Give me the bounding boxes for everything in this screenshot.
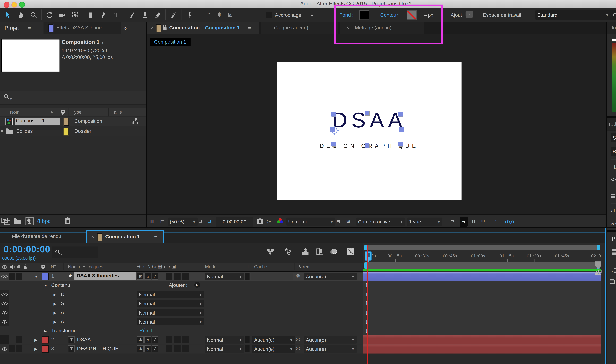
pan-behind-tool[interactable] [68, 9, 81, 21]
viewer-timecode[interactable]: 0:00:00:00 [217, 217, 253, 227]
label-swatch-yellow[interactable] [64, 128, 69, 136]
label-swatch-tan[interactable] [64, 118, 69, 126]
eye-icon[interactable] [1, 347, 8, 351]
graph-editor-icon[interactable] [347, 247, 355, 256]
current-time-indicator[interactable] [365, 251, 371, 260]
brush-tool[interactable] [126, 9, 138, 21]
group-blend-mode-dropdown[interactable]: Normal▼ [137, 291, 204, 298]
eye-cell[interactable] [0, 299, 9, 308]
blend-mode-dropdown[interactable]: Normal▼ [205, 345, 244, 352]
layer-label-red[interactable] [42, 336, 49, 344]
timeline-search-field[interactable]: ▾ [52, 247, 97, 259]
main-viewer-icon[interactable]: ▤ [160, 219, 164, 223]
trash-icon[interactable] [64, 217, 71, 225]
exposure-value[interactable]: +0,0 [504, 219, 514, 224]
layer-label-blue[interactable] [42, 273, 49, 280]
reset-link[interactable]: Réinit. [139, 328, 153, 333]
selection-handle[interactable] [398, 112, 403, 117]
work-area-bar[interactable] [364, 262, 600, 269]
shape-tool[interactable] [84, 9, 97, 21]
parent-pickwhip-icon[interactable]: ◎ [296, 336, 300, 342]
matte-cell[interactable] [245, 336, 250, 343]
selection-handle[interactable] [399, 127, 404, 132]
layer-label-red[interactable] [42, 345, 49, 352]
tab-render-queue[interactable]: File d'attente de rendu [12, 234, 61, 239]
layer-name[interactable]: DSAA [77, 337, 91, 342]
col-taille[interactable]: Taille [112, 110, 122, 115]
fast-preview-icon[interactable]: ϟ [460, 217, 468, 227]
layer-row-3[interactable]: ▶ 3 T DESIGN …HIQUE ⊕ ☼ ╱ Normal▼ Aucun(… [0, 344, 363, 354]
add-property-button[interactable]: ▶ [194, 282, 200, 288]
selection-handle[interactable] [365, 143, 369, 148]
solo-cell[interactable] [16, 273, 22, 280]
pixel-aspect-icon[interactable]: ⇆ [451, 219, 454, 223]
expand-layer-icon[interactable]: ▶ [35, 338, 37, 342]
lock-icon[interactable] [162, 25, 167, 31]
comp-flowchart-icon[interactable]: ⧉ [481, 219, 485, 224]
tab-projet[interactable]: Projet [5, 25, 19, 31]
switch-cell[interactable] [174, 273, 181, 280]
selection-handle[interactable] [331, 112, 336, 117]
twirl-icon[interactable]: ▶ [54, 320, 56, 324]
col-mode[interactable]: Mode [205, 264, 217, 269]
eye-cell[interactable] [0, 317, 9, 326]
snap-to-icon[interactable]: ⌖ [310, 11, 314, 19]
selection-handle[interactable] [365, 111, 369, 115]
switch-cell[interactable] [182, 336, 189, 343]
viewer-panel-menu-icon[interactable]: ≡ [248, 25, 251, 30]
magnification-dropdown[interactable]: (50 %)▼ [168, 218, 198, 226]
frame-blending-icon[interactable] [316, 247, 324, 256]
layer-row-1[interactable]: ▼ 1 ★ DSAA Silhouettes ⊕ ☼ ╱ Normal▼ ◎ A… [0, 272, 363, 281]
audio-cell[interactable] [9, 273, 15, 280]
parent-dropdown[interactable]: Aucun(e)▼ [304, 273, 357, 280]
show-snapshot-icon[interactable]: ◎ [267, 219, 271, 223]
shape-group-row-s[interactable]: ▶ S Normal▼ [0, 299, 363, 309]
new-folder-icon[interactable] [14, 218, 21, 224]
zoom-graph-icon[interactable] [594, 270, 602, 275]
snapshot-icon[interactable] [256, 218, 264, 224]
projet-panel-menu-icon[interactable]: ≡ [28, 25, 31, 30]
col-type[interactable]: Type [72, 110, 82, 115]
motion-blur-icon[interactable] [329, 247, 338, 256]
switch-cell[interactable] [174, 336, 181, 343]
interpret-footage-icon[interactable] [1, 218, 11, 225]
switch-collapse[interactable]: ☼ [144, 345, 151, 352]
safe-margins-icon[interactable]: ⊡ [207, 219, 211, 223]
timeline-panel-icon[interactable]: ▥ [471, 219, 476, 223]
resolution-dropdown[interactable]: Un demi▼ [286, 218, 335, 226]
switch-cell[interactable] [182, 273, 189, 280]
shape-group-row-a1[interactable]: ▶ A Normal▼ [0, 308, 363, 318]
switch-quality[interactable]: ╱ [151, 273, 158, 280]
tab-effets-dsaa[interactable]: Effets DSAA Silhoue [44, 22, 121, 34]
switch-collapse[interactable]: ☼ [144, 273, 151, 280]
twirl-icon[interactable]: ▼ [44, 284, 48, 288]
region-of-interest-icon[interactable]: ▣ [336, 219, 340, 223]
clone-stamp-tool[interactable] [138, 9, 151, 21]
type-tool[interactable]: T [110, 9, 123, 21]
tab-presets[interactable]: rédéfinis [607, 118, 616, 130]
timeline-panel-menu-icon[interactable]: ≡ [154, 234, 157, 239]
flowchart-icon[interactable] [132, 118, 139, 125]
hand-tool[interactable] [14, 9, 27, 21]
close-tab-icon[interactable]: × [151, 25, 154, 30]
expand-icon[interactable]: ▶ [1, 129, 4, 133]
group-row-contenu[interactable]: ▼ Contenu Ajouter : ▶ [0, 281, 363, 290]
timeline-timecode[interactable]: 0:00:00:00 [4, 244, 50, 255]
col-parent[interactable]: Parent [297, 264, 311, 269]
shape-group-row-d[interactable]: ▶ D Normal▼ [0, 290, 363, 299]
always-preview-icon[interactable]: ▥ [150, 219, 154, 223]
audio-cell[interactable] [9, 345, 15, 352]
composition-canvas[interactable]: DSAA DESIGN GRAPHIQUE [277, 62, 462, 200]
close-tab-icon[interactable]: × [91, 234, 94, 239]
shape-group-row-a2[interactable]: ▶ A Normal▼ [0, 317, 363, 327]
switch-quality[interactable]: ╱ [151, 345, 158, 352]
col-layer-name[interactable]: Nom des calques [68, 264, 103, 269]
col-t[interactable]: T [247, 264, 250, 269]
snap-box-icon[interactable]: ▢ [321, 11, 327, 18]
blend-mode-dropdown[interactable]: Normal▼ [205, 273, 244, 280]
camera-tool[interactable] [56, 9, 68, 21]
add-vertex-icon[interactable]: ⇡ [206, 11, 211, 18]
font-style-dropdown[interactable]: Regular▼ [611, 147, 616, 156]
time-navigator-bar[interactable] [364, 245, 600, 251]
selection-handle[interactable] [398, 142, 403, 146]
